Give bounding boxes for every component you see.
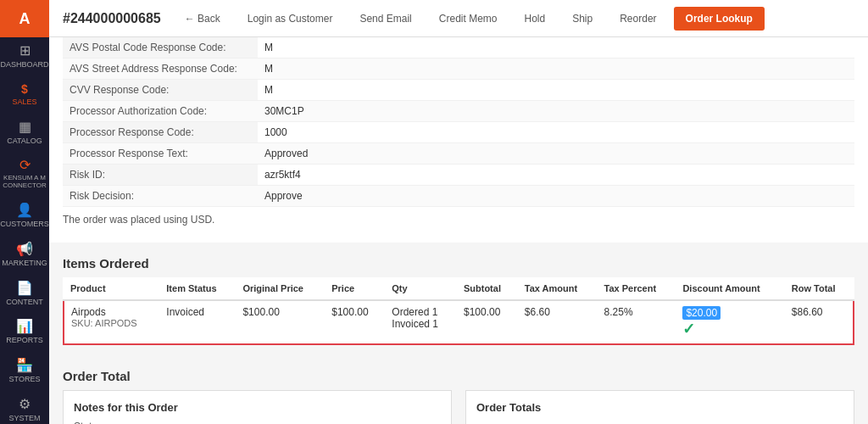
items-table: ProductItem StatusOriginal PricePriceQty…: [63, 277, 854, 345]
info-label: Processor Authorization Code:: [63, 101, 258, 122]
reports-icon: 📊: [16, 320, 33, 333]
dashboard-icon: ⊞: [19, 44, 31, 58]
info-value: 30MC1P: [258, 101, 854, 122]
page-title: #244000000685: [63, 11, 161, 26]
status-label: Status: [74, 421, 441, 424]
sidebar-item-customers[interactable]: 👤 CUSTOMERS: [0, 197, 49, 236]
product-cell: Airpods SKU: AIRPODS: [64, 300, 159, 344]
reorder-button[interactable]: Reorder: [609, 8, 666, 30]
sidebar-item-kensum[interactable]: ⟳ KENSUM A M CONNECTOR: [0, 152, 49, 197]
info-section: AVS Postal Code Response Code: M AVS Str…: [49, 37, 868, 243]
sidebar-item-content[interactable]: 📄 CONTENT: [0, 275, 49, 314]
sidebar-item-dashboard[interactable]: ⊞ DASHBOARD: [0, 37, 49, 76]
catalog-icon: ▦: [19, 120, 31, 134]
info-row: AVS Street Address Response Code: M: [63, 59, 854, 80]
info-label: Processor Response Text:: [63, 143, 258, 165]
column-header: Qty: [385, 277, 457, 300]
sidebar-item-stores[interactable]: 🏪 STORES: [0, 352, 49, 391]
qty-ordered: Ordered 1: [392, 306, 450, 318]
back-button[interactable]: ← Back: [175, 8, 231, 30]
column-header: Row Total: [785, 277, 854, 300]
column-header: Product: [64, 277, 159, 300]
kensum-icon: ⟳: [19, 159, 31, 172]
subtotal-cell: $100.00: [457, 300, 518, 344]
info-row: AVS Postal Code Response Code: M: [63, 37, 854, 59]
tax-percent-cell: 8.25%: [598, 300, 676, 344]
sidebar-item-label: CONTENT: [6, 298, 43, 307]
sidebar-item-reports[interactable]: 📊 REPORTS: [0, 313, 49, 352]
notes-section: Notes for this Order Status Pending...: [63, 390, 452, 424]
totals-row: Subtotal $100.00: [476, 421, 843, 424]
stores-icon: 🏪: [16, 359, 33, 372]
column-header: Discount Amount: [676, 277, 784, 300]
sidebar-item-marketing[interactable]: 📢 MARKETING: [0, 236, 49, 275]
order-lookup-button[interactable]: Order Lookup: [674, 7, 765, 31]
sidebar-item-label: SYSTEM: [8, 414, 40, 423]
login-as-customer-button[interactable]: Login as Customer: [237, 8, 343, 30]
discount-amount-cell: $20.00 ✓: [676, 300, 784, 344]
content-area: AVS Postal Code Response Code: M AVS Str…: [49, 37, 868, 424]
checkmark-icon: ✓: [682, 321, 695, 338]
top-bar: #244000000685 ← Back Login as Customer S…: [49, 0, 868, 37]
main-content: #244000000685 ← Back Login as Customer S…: [49, 0, 868, 424]
send-email-button[interactable]: Send Email: [349, 8, 421, 30]
info-label: Risk Decision:: [63, 186, 258, 207]
totals-section: Order Totals Subtotal $100.00: [465, 390, 854, 424]
row-total-cell: $86.60: [785, 300, 854, 344]
info-row: Processor Response Code: 1000: [63, 122, 854, 143]
system-icon: ⚙: [19, 398, 31, 411]
info-value: M: [258, 37, 854, 59]
sidebar-item-label: STORES: [9, 375, 41, 384]
totals-value: $100.00: [661, 421, 843, 424]
info-row: CVV Response Code: M: [63, 80, 854, 101]
sku-label: SKU: AIRPODS: [71, 318, 153, 328]
credit-memo-button[interactable]: Credit Memo: [429, 8, 508, 30]
sidebar-item-label: CUSTOMERS: [0, 220, 48, 229]
sidebar-item-label: KENSUM A M CONNECTOR: [3, 175, 46, 190]
info-value: M: [258, 80, 854, 101]
price-cell: $100.00: [325, 300, 385, 344]
info-value: M: [258, 59, 854, 80]
info-row: Risk ID: azr5ktf4: [63, 165, 854, 186]
info-row: Risk Decision: Approve: [63, 186, 854, 207]
sidebar-item-sales[interactable]: $ SALES: [0, 76, 49, 114]
tax-amount-cell: $6.60: [518, 300, 598, 344]
sidebar-item-label: MARKETING: [2, 259, 47, 268]
column-header: Price: [325, 277, 385, 300]
column-header: Subtotal: [457, 277, 518, 300]
info-value: azr5ktf4: [258, 165, 854, 186]
info-label: Risk ID:: [63, 165, 258, 186]
info-label: Processor Response Code:: [63, 122, 258, 143]
item-status-cell: Invoiced: [159, 300, 236, 344]
ship-button[interactable]: Ship: [562, 8, 603, 30]
product-name: Airpods: [71, 306, 153, 318]
sidebar-item-catalog[interactable]: ▦ CATALOG: [0, 114, 49, 153]
info-value: Approve: [258, 186, 854, 207]
info-value: Approved: [258, 143, 854, 165]
sidebar-item-label: DASHBOARD: [1, 60, 49, 70]
items-ordered-title: Items Ordered: [49, 243, 868, 277]
totals-title: Order Totals: [476, 401, 843, 414]
sidebar-item-label: CATALOG: [7, 137, 42, 146]
column-header: Item Status: [159, 277, 236, 300]
table-row: Airpods SKU: AIRPODS Invoiced $100.00 $1…: [64, 300, 854, 344]
original-price-cell: $100.00: [236, 300, 325, 344]
totals-table: Subtotal $100.00: [476, 421, 843, 424]
info-row: Processor Authorization Code: 30MC1P: [63, 101, 854, 122]
qty-cell: Ordered 1 Invoiced 1: [385, 300, 457, 344]
info-table: AVS Postal Code Response Code: M AVS Str…: [63, 37, 854, 207]
order-total-section: Order Total Notes for this Order Status …: [49, 359, 868, 424]
info-row: Processor Response Text: Approved: [63, 143, 854, 165]
marketing-icon: 📢: [16, 243, 33, 256]
sidebar-item-label: REPORTS: [6, 336, 42, 345]
info-label: AVS Postal Code Response Code:: [63, 37, 258, 59]
discount-highlighted: $20.00: [682, 306, 721, 320]
sidebar-item-system[interactable]: ⚙ SYSTEM: [0, 391, 49, 424]
sidebar-logo[interactable]: A: [0, 0, 49, 37]
order-total-title: Order Total: [63, 359, 854, 390]
info-label: AVS Street Address Response Code:: [63, 59, 258, 80]
customers-icon: 👤: [16, 204, 33, 217]
qty-invoiced: Invoiced 1: [392, 318, 450, 330]
usd-note: The order was placed using USD.: [63, 207, 854, 229]
hold-button[interactable]: Hold: [514, 8, 555, 30]
